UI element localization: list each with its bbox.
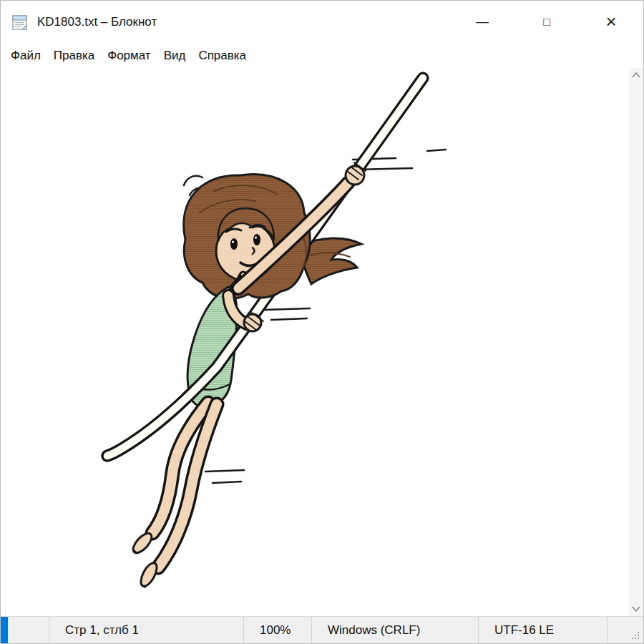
menu-item-edit[interactable]: Правка [47,46,101,66]
statusbar: Стр 1, стлб 1 100% Windows (CRLF) UTF-16… [1,616,643,643]
chevron-down-icon [632,606,640,612]
notepad-icon[interactable] [10,12,29,31]
scroll-down-button[interactable] [629,602,643,616]
cursor-position: Стр 1, стлб 1 [49,617,244,643]
close-icon: × [605,11,616,33]
maximize-icon: □ [543,16,550,29]
document-area[interactable] [1,68,643,616]
menubar: Файл Правка Формат Вид Справка [1,43,643,68]
vertical-scrollbar[interactable] [629,68,643,616]
zoom-level: 100% [244,617,312,643]
statusbar-rest [608,617,643,643]
notepad-window: KD1803.txt – Блокнот — □ × Файл Правка Ф… [0,0,644,644]
scroll-up-button[interactable] [629,68,643,82]
menu-item-file[interactable]: Файл [4,46,47,66]
minimize-icon: — [476,14,489,29]
statusbar-spacer [8,617,49,643]
menu-item-help[interactable]: Справка [192,46,253,66]
window-controls: — □ × [450,1,643,43]
menu-item-format[interactable]: Формат [101,46,157,66]
document-canvas-image [1,68,629,616]
window-title: KD1803.txt – Блокнот [37,15,157,29]
maximize-button[interactable]: □ [514,1,579,43]
statusbar-accent [1,617,8,643]
titlebar: KD1803.txt – Блокнот — □ × [1,1,643,43]
menu-item-view[interactable]: Вид [157,46,192,66]
close-button[interactable]: × [579,1,643,43]
encoding: UTF-16 LE [479,617,608,643]
chevron-up-icon [632,72,640,78]
line-ending: Windows (CRLF) [312,617,479,643]
resize-grip[interactable] [630,630,640,640]
minimize-button[interactable]: — [450,1,514,43]
